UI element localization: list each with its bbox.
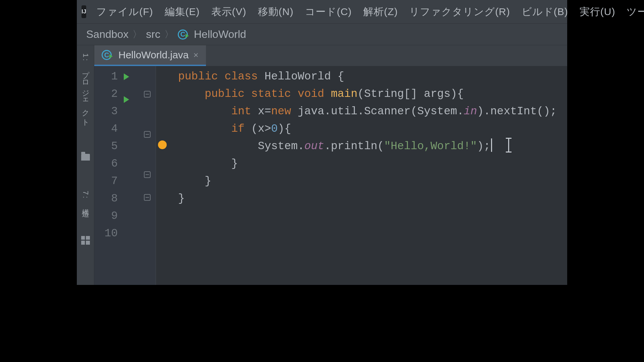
line-number: 6 [94, 155, 118, 173]
breadcrumb-class[interactable]: HelloWorld [194, 28, 246, 41]
folder-icon [81, 154, 90, 161]
tool-window-project-button[interactable]: 1: プロジェクト [80, 53, 91, 124]
menu-view[interactable]: 表示(V) [211, 5, 258, 19]
menu-refactor[interactable]: リファクタリング(R) [409, 5, 522, 19]
chevron-right-icon: 〉 [164, 28, 174, 41]
class-icon: C [178, 29, 188, 40]
chevron-right-icon: 〉 [132, 28, 142, 41]
menu-navigate[interactable]: 移動(N) [258, 5, 305, 19]
menu-file[interactable]: ファイル(F) [96, 5, 164, 19]
gutter: 12345678910 [94, 66, 156, 285]
line-number: 8 [94, 190, 118, 207]
tool-window-structure-button[interactable]: 7: 構造 [80, 191, 91, 205]
code-text[interactable]: public class HelloWorld { public static … [173, 66, 567, 285]
code-line[interactable]: } [178, 155, 567, 173]
code-line[interactable]: public static void main(String[] args){ [178, 85, 567, 103]
menu-bar: IJ ファイル(F) 編集(E) 表示(V) 移動(N) コード(C) 解析(Z… [77, 0, 567, 23]
line-number: 7 [94, 173, 118, 190]
code-line[interactable]: } [178, 173, 567, 190]
editor-tab-helloworld[interactable]: C HelloWorld.java × [94, 45, 206, 66]
menu-build[interactable]: ビルド(B) [522, 5, 580, 19]
class-icon: C [102, 50, 112, 60]
line-number: 1 [94, 68, 118, 85]
main-split: 1: プロジェクト 7: 構造 C HelloWorld.java × 1234… [77, 45, 567, 285]
editor-tab-bar: C HelloWorld.java × [94, 45, 567, 66]
code-line[interactable]: public class HelloWorld { [178, 68, 567, 85]
menu-code[interactable]: コード(C) [305, 5, 363, 19]
structure-icon [81, 236, 90, 245]
line-number: 5 [94, 138, 118, 155]
fold-handle-icon[interactable] [144, 194, 151, 201]
code-line[interactable]: if (x>0){ [178, 120, 567, 138]
ide-window: IJ ファイル(F) 編集(E) 表示(V) 移動(N) コード(C) 解析(Z… [77, 0, 567, 285]
fold-handle-icon[interactable] [144, 91, 151, 98]
tool-window-stripe-left: 1: プロジェクト 7: 構造 [77, 45, 94, 285]
editor: C HelloWorld.java × 12345678910 public c… [94, 45, 567, 285]
run-gutter-icon[interactable] [124, 96, 129, 103]
menu-edit[interactable]: 編集(E) [165, 5, 211, 19]
breadcrumb: Sandbox 〉 src 〉 C HelloWorld [77, 23, 567, 45]
line-number: 3 [94, 103, 118, 120]
menu-run[interactable]: 実行(U) [580, 5, 627, 19]
close-icon[interactable]: × [194, 50, 199, 60]
editor-tab-label: HelloWorld.java [118, 49, 189, 61]
gutter-bulb-column [156, 66, 173, 285]
line-number: 4 [94, 120, 118, 138]
run-gutter-icon[interactable] [124, 73, 129, 80]
line-number: 9 [94, 207, 118, 225]
code-line[interactable]: System.out.println("Hello,World!"); [178, 138, 567, 155]
breadcrumb-root[interactable]: Sandbox [86, 28, 128, 41]
app-logo: IJ [82, 5, 86, 18]
line-number: 2 [94, 85, 118, 103]
code-line[interactable]: } [178, 190, 567, 207]
menu-analyze[interactable]: 解析(Z) [363, 5, 409, 19]
intention-bulb-icon[interactable] [158, 140, 167, 149]
code-area[interactable]: 12345678910 public class HelloWorld { pu… [94, 66, 567, 285]
code-line[interactable]: int x=new java.util.Scanner(System.in).n… [178, 103, 567, 120]
menu-tools[interactable]: ツー [627, 5, 644, 19]
breadcrumb-src[interactable]: src [146, 28, 160, 41]
code-line[interactable] [178, 207, 567, 225]
code-line[interactable] [178, 225, 567, 242]
fold-handle-icon[interactable] [144, 171, 151, 178]
fold-handle-icon[interactable] [144, 131, 151, 138]
line-number: 10 [94, 225, 118, 242]
